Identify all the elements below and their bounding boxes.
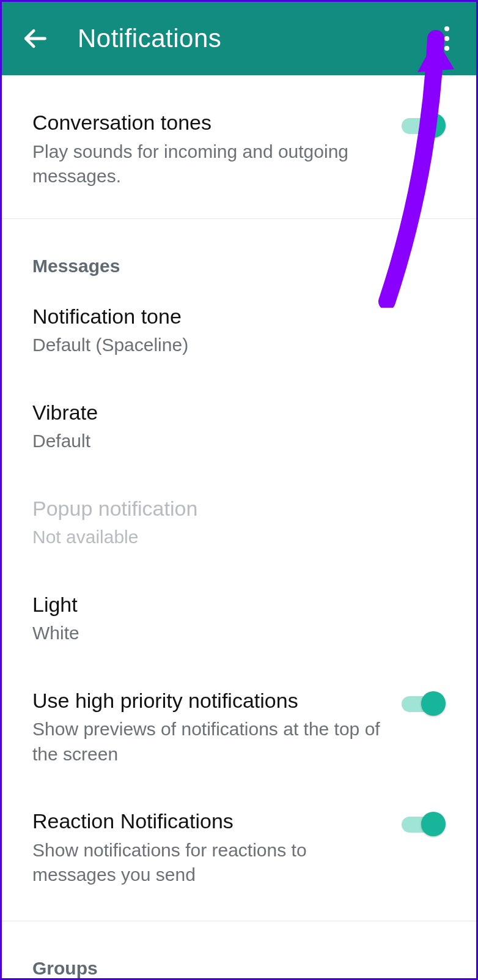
setting-title: Popup notification — [32, 496, 433, 522]
setting-subtitle: Show previews of notifications at the to… — [32, 717, 389, 767]
setting-title: Light — [32, 592, 433, 618]
setting-title: Conversation tones — [32, 110, 389, 136]
setting-title: Notification tone — [32, 303, 433, 330]
notification-tone-row[interactable]: Notification tone Default (Spaceline) — [2, 283, 476, 379]
vibrate-row[interactable]: Vibrate Default — [2, 379, 476, 475]
setting-subtitle: Show notifications for reactions to mess… — [32, 838, 389, 888]
reaction-notifications-row[interactable]: Reaction Notifications Show notification… — [2, 787, 476, 908]
reaction-toggle[interactable] — [402, 812, 446, 836]
section-header-groups: Groups — [2, 921, 476, 981]
conversation-tones-row[interactable]: Conversation tones Play sounds for incom… — [2, 75, 476, 218]
more-options-button[interactable] — [432, 20, 461, 57]
setting-subtitle: Play sounds for incoming and outgoing me… — [32, 139, 389, 189]
setting-subtitle: White — [32, 621, 433, 646]
page-title: Notifications — [78, 24, 432, 53]
setting-subtitle: Default (Spaceline) — [32, 333, 433, 358]
back-button[interactable] — [17, 20, 53, 57]
app-bar: Notifications — [2, 2, 476, 75]
conversation-tones-toggle[interactable] — [402, 113, 446, 138]
setting-title: Use high priority notifications — [32, 688, 389, 714]
high-priority-row[interactable]: Use high priority notifications Show pre… — [2, 667, 476, 788]
setting-title: Reaction Notifications — [32, 808, 389, 834]
setting-subtitle: Default — [32, 429, 433, 454]
section-header-messages: Messages — [2, 219, 476, 283]
high-priority-toggle[interactable] — [402, 691, 446, 716]
back-arrow-icon — [21, 25, 48, 52]
light-row[interactable]: Light White — [2, 571, 476, 667]
settings-list: Conversation tones Play sounds for incom… — [2, 75, 476, 980]
popup-notification-row: Popup notification Not available — [2, 475, 476, 571]
setting-subtitle: Not available — [32, 525, 433, 550]
more-vert-icon — [444, 26, 449, 51]
setting-title: Vibrate — [32, 399, 433, 426]
